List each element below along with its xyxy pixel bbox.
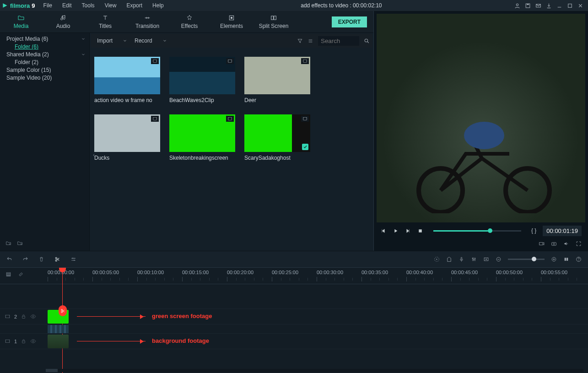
track-manager-icon[interactable] bbox=[5, 271, 11, 277]
empty-track-space bbox=[0, 284, 588, 309]
window-maximize-icon[interactable] bbox=[567, 3, 573, 9]
tree-item[interactable]: Project Media (6) bbox=[0, 35, 89, 43]
ruler-tick: 00:00:20:00 bbox=[227, 270, 254, 275]
mail-icon[interactable] bbox=[535, 3, 541, 9]
audio-strip-2[interactable] bbox=[0, 324, 588, 334]
collapse-tree-icon[interactable] bbox=[92, 153, 96, 157]
play-icon[interactable] bbox=[393, 228, 399, 234]
next-frame-icon[interactable] bbox=[405, 228, 411, 234]
clip-background[interactable] bbox=[48, 335, 69, 348]
link-icon[interactable] bbox=[18, 271, 24, 277]
remove-folder-icon[interactable] bbox=[17, 240, 23, 246]
eye-icon[interactable] bbox=[30, 314, 36, 319]
menu-file[interactable]: File bbox=[39, 0, 57, 11]
add-media-icon[interactable] bbox=[483, 256, 489, 262]
help-icon[interactable] bbox=[576, 256, 582, 262]
media-asset[interactable]: Skeletonbreakingscreen bbox=[169, 114, 235, 161]
playback-controls: { } 00:00:01:19 bbox=[374, 222, 588, 239]
audio-mixer-icon[interactable] bbox=[471, 256, 477, 262]
snapshot-icon[interactable] bbox=[551, 241, 557, 247]
video-track-1[interactable]: 1 background footage bbox=[0, 334, 588, 349]
preview-scrubber[interactable] bbox=[433, 230, 521, 232]
stop-icon[interactable] bbox=[417, 228, 423, 234]
lock-icon[interactable] bbox=[21, 338, 27, 344]
render-icon[interactable] bbox=[434, 256, 440, 262]
lock-icon[interactable] bbox=[21, 314, 27, 319]
eye-icon[interactable] bbox=[30, 338, 36, 344]
transition-icon bbox=[144, 14, 151, 22]
preview-viewport[interactable] bbox=[377, 14, 585, 222]
timeline-scrollbar[interactable] bbox=[46, 369, 583, 372]
import-dropdown[interactable]: Import bbox=[97, 38, 132, 44]
tab-split-screen[interactable]: Split Screen bbox=[253, 11, 295, 33]
tree-item[interactable]: Folder (2) bbox=[0, 58, 89, 66]
annotation-arrow bbox=[77, 341, 146, 341]
tree-item[interactable]: Sample Color (15) bbox=[0, 66, 89, 74]
account-icon[interactable] bbox=[514, 3, 520, 9]
zoom-fit-icon[interactable] bbox=[563, 256, 569, 262]
svg-point-12 bbox=[309, 40, 310, 41]
svg-rect-20 bbox=[228, 60, 232, 63]
media-asset[interactable]: ScarySadakoghost bbox=[244, 114, 310, 161]
svg-rect-43 bbox=[566, 258, 568, 261]
split-handle-icon[interactable] bbox=[59, 305, 67, 316]
prev-frame-icon[interactable] bbox=[380, 228, 386, 234]
menu-tools[interactable]: Tools bbox=[77, 0, 99, 11]
annotation-green-screen: green screen footage bbox=[152, 313, 212, 319]
media-asset[interactable]: Deer bbox=[244, 57, 310, 103]
mark-in-out-label[interactable]: { } bbox=[531, 227, 536, 234]
svg-point-17 bbox=[311, 42, 312, 43]
media-icon bbox=[17, 14, 25, 22]
grid-view-icon[interactable] bbox=[307, 38, 313, 44]
svg-rect-55 bbox=[22, 341, 25, 343]
delete-icon[interactable] bbox=[38, 256, 44, 262]
search-input[interactable] bbox=[318, 36, 359, 46]
search-icon[interactable] bbox=[364, 38, 370, 44]
volume-icon[interactable] bbox=[563, 241, 569, 247]
main-area: MediaAudioTitlesTransitionEffectsElement… bbox=[0, 11, 588, 251]
video-track-2[interactable]: 2 green screen footage bbox=[0, 309, 588, 324]
media-asset[interactable]: BeachWaves2Clip bbox=[169, 57, 235, 103]
media-asset[interactable]: action video w frame no bbox=[94, 57, 160, 103]
tree-item[interactable]: Shared Media (2) bbox=[0, 50, 89, 58]
menu-view[interactable]: View bbox=[100, 0, 121, 11]
zoom-slider[interactable] bbox=[508, 259, 545, 260]
new-folder-icon[interactable] bbox=[5, 240, 11, 246]
tab-audio[interactable]: Audio bbox=[42, 11, 84, 33]
marker-icon[interactable] bbox=[446, 256, 452, 262]
checkmark-icon bbox=[302, 144, 308, 150]
zoom-out-icon[interactable] bbox=[496, 256, 502, 262]
svg-point-16 bbox=[310, 42, 311, 43]
menu-export[interactable]: Export bbox=[122, 0, 147, 11]
redo-icon[interactable] bbox=[22, 256, 28, 262]
fullscreen-icon[interactable] bbox=[576, 241, 582, 247]
menu-help[interactable]: Help bbox=[148, 0, 168, 11]
time-ruler[interactable]: 00:00:00:0000:00:05:0000:00:10:0000:00:1… bbox=[0, 268, 588, 284]
tab-titles[interactable]: Titles bbox=[84, 11, 126, 33]
tab-transition[interactable]: Transition bbox=[126, 11, 168, 33]
tab-media[interactable]: Media bbox=[0, 11, 42, 33]
download-icon[interactable] bbox=[546, 3, 552, 9]
window-close-icon[interactable] bbox=[577, 3, 583, 9]
save-icon[interactable] bbox=[525, 3, 531, 9]
asset-label: Ducks bbox=[94, 155, 160, 161]
export-button[interactable]: EXPORT bbox=[332, 16, 367, 27]
filter-icon[interactable] bbox=[297, 38, 303, 44]
undo-icon[interactable] bbox=[6, 256, 12, 262]
tab-effects[interactable]: Effects bbox=[168, 11, 210, 33]
tab-elements[interactable]: Elements bbox=[210, 11, 253, 33]
svg-point-27 bbox=[464, 122, 504, 149]
split-icon[interactable] bbox=[54, 256, 60, 262]
adjust-icon[interactable] bbox=[70, 256, 76, 262]
menu-edit[interactable]: Edit bbox=[58, 0, 76, 11]
record-dropdown[interactable]: Record bbox=[135, 38, 172, 44]
media-asset[interactable]: Ducks bbox=[94, 114, 160, 161]
voiceover-icon[interactable] bbox=[459, 256, 464, 262]
tree-item[interactable]: Sample Video (20) bbox=[0, 74, 89, 81]
timeline-toolbar bbox=[0, 251, 588, 267]
zoom-in-icon[interactable] bbox=[551, 256, 557, 262]
window-minimize-icon[interactable] bbox=[556, 3, 562, 9]
asset-label: Skeletonbreakingscreen bbox=[169, 155, 235, 161]
tree-item[interactable]: Folder (6) bbox=[0, 43, 89, 50]
quality-icon[interactable] bbox=[539, 241, 545, 247]
